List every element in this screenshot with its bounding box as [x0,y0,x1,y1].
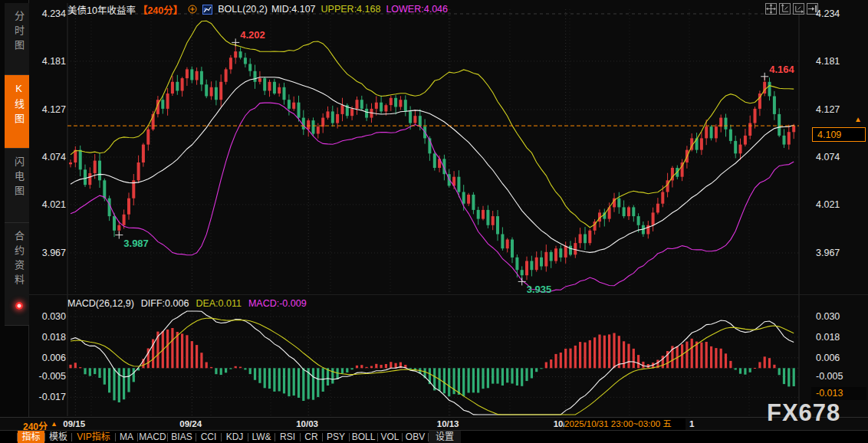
macd-left-label: -0.005 [31,370,66,382]
price-right-label: 4.021 [816,199,865,211]
timeline-date-next: 1 [689,419,694,428]
macd-left-label: 0.006 [31,352,66,364]
tab-settings[interactable]: 设置 [429,431,461,443]
live-indicator-icon[interactable] [15,302,23,310]
boll-label: BOLL(20,2) [218,4,268,15]
tab-psy[interactable]: PSY [323,431,349,443]
tab-lwr[interactable]: LW& [248,431,275,443]
tab-cci[interactable]: CCI [196,431,221,443]
tab-boll[interactable]: BOLL [350,431,377,443]
price-right-label: 4.234 [816,8,865,20]
sidebar-item-flash-chart[interactable]: 闪电图 [5,149,29,223]
sidebar-item-time-chart[interactable]: 分时图 [5,3,29,75]
macd-dea-value: DEA:0.011 [196,298,242,309]
tab-obv[interactable]: OBV [403,431,428,443]
chart-canvas[interactable] [67,0,799,416]
tab-indicator[interactable]: 指标 [18,431,44,443]
price-left-label: 4.021 [31,199,66,211]
macd-diff-value: DIFF:0.006 [141,298,189,309]
macd-right-label: -0.005 [816,370,865,382]
fx678-watermark: FX678 [767,399,840,427]
price-up-arrow-icon: ▲ [854,115,862,123]
macd-header: MACD(26,12,9) DIFF:0.006 DEA:0.011 MACD:… [67,298,307,309]
macd-left-label: 0.018 [31,331,66,343]
macd-right-label: 0.018 [816,331,865,343]
timeline-date: 09/15 [63,419,85,428]
macd-right-label: 0.030 [816,310,865,323]
price-left-label: 3.967 [31,247,66,259]
macd-left-label: -0.017 [31,391,66,403]
price-left-label: 4.127 [31,103,66,116]
tab-vol[interactable]: VOL [378,431,402,443]
tab-cr[interactable]: CR [301,431,322,443]
timeline-date: 10/03 [296,419,318,428]
sidebar: 分时图 K线图 闪电图 合约资料 [0,0,29,417]
tab-rsi[interactable]: RSI [275,431,300,443]
tab-macd[interactable]: MACD [138,431,167,443]
session-readout: 2025/10/31 23:00~03:00 五 [564,418,686,430]
tab-bias[interactable]: BIAS [168,431,196,443]
instrument-title: 美债10年收益率 [67,2,136,17]
zoom-plus-icon[interactable] [188,5,197,14]
price-right-label: 3.967 [816,247,865,259]
price-left-label: 4.181 [31,55,66,67]
chart-header: 美债10年收益率 【240分】 BOLL(20,2) MID:4.107 UPP… [67,3,448,15]
macd-name: MACD(26,12,9) [67,298,134,309]
mini-kline-icon[interactable] [202,5,212,15]
tab-vip-indicator[interactable]: VIP指标 [72,431,115,443]
macd-value: MACD:-0.009 [248,298,307,309]
x-axis-scale-icon[interactable] [793,3,804,15]
macd-right-label: 0.006 [816,352,865,364]
tab-ma[interactable]: MA [116,431,137,443]
boll-upper-value: UPPER:4.168 [321,4,381,15]
price-right-label: 4.181 [816,55,865,67]
price-left-label: 4.074 [31,151,66,163]
timeline-bar: 240分 ▲ 09/15 09/24 10/03 10/13 10/2 2025… [0,417,868,430]
boll-lower-value: LOWER:4.046 [386,4,448,15]
indicator-toolbar: 指标 模板 VIP指标 MA MACD BIAS CCI KDJ LW& RSI… [0,430,868,443]
macd-left-label: 0.030 [31,310,66,323]
boll-mid-value: MID:4.107 [271,4,316,15]
timeline-date: 09/24 [179,419,202,428]
price-left-label: 4.234 [31,8,66,20]
chart-tool-buttons [765,3,818,15]
macd-current-badge: -0.013 [811,387,866,400]
y-axis-scale-icon[interactable] [779,3,791,15]
period-tag: 【240分】 [138,2,182,17]
tab-kdj[interactable]: KDJ [222,431,248,443]
tab-template[interactable]: 模板 [45,431,71,443]
timeline-date: 10/13 [437,419,459,428]
sidebar-item-contract-info[interactable]: 合约资料 [5,223,29,326]
price-right-label: 4.127 [816,103,865,116]
price-right-label: 4.074 [816,151,865,163]
current-price-badge: 4.109 [812,127,866,142]
move-crosshair-icon[interactable] [765,3,777,15]
timeframe-up-icon[interactable]: ▲ [51,420,58,428]
sidebar-item-kline-chart[interactable]: K线图 [5,75,29,149]
